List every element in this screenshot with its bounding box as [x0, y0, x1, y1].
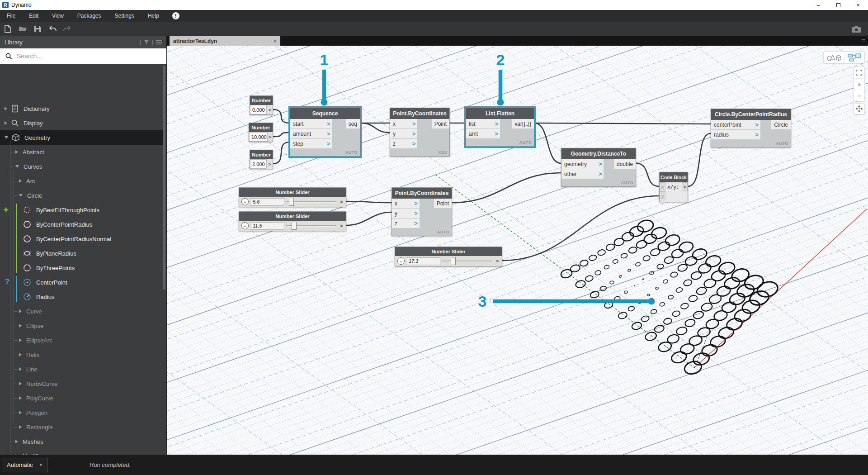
chevron-right-icon[interactable] — [19, 324, 22, 328]
open-file-icon[interactable] — [15, 22, 30, 36]
node-circle-bycenterpointradius[interactable]: Circle.ByCenterPointRadiuscenterPoint>ra… — [711, 109, 791, 147]
input-port-amount[interactable]: amount> — [290, 129, 332, 138]
sidebar-item-circle[interactable]: Circle — [0, 188, 163, 203]
sidebar-item-dictionary[interactable]: Dictionary — [0, 101, 163, 116]
output-port[interactable]: > — [267, 132, 273, 142]
input-port-x[interactable]: x> — [392, 199, 420, 208]
input-port-other[interactable]: other> — [561, 169, 604, 179]
node-code-block[interactable]: Code Blockxx/y;>y — [659, 172, 688, 202]
output-port-point[interactable]: Point — [432, 119, 449, 128]
tab-attractortest[interactable]: attractorTest.dyn × — [170, 36, 280, 46]
undo-icon[interactable] — [45, 22, 60, 36]
input-port-y[interactable]: y> — [392, 209, 420, 218]
slider-handle[interactable] — [292, 222, 297, 230]
sidebar-item-radius[interactable]: Radius — [0, 290, 163, 304]
save-icon[interactable] — [30, 22, 45, 36]
output-port[interactable]: > — [266, 159, 273, 169]
chevron-down-icon[interactable] — [19, 194, 23, 197]
input-port-y[interactable]: y> — [390, 129, 417, 138]
camera-icon[interactable] — [849, 25, 863, 33]
output-port-point[interactable]: Point — [434, 199, 452, 208]
sidebar-item-meshes[interactable]: Meshes — [0, 434, 163, 449]
slider-value-field[interactable]: 11.5 — [250, 222, 284, 230]
minimize-button[interactable]: – — [808, 0, 828, 10]
lacing-indicator[interactable]: AUTO — [561, 179, 636, 186]
fit-view-button[interactable] — [854, 67, 864, 78]
slider-expand-button[interactable]: ⌄ — [397, 257, 405, 265]
node-number-slider[interactable]: Number Slider⌄11.5> — [239, 211, 346, 231]
add-to-canvas-icon[interactable]: + — [3, 204, 9, 215]
input-port-x[interactable]: x — [660, 182, 665, 191]
new-file-icon[interactable] — [0, 22, 15, 36]
slider-value-field[interactable]: 5.6 — [250, 198, 284, 206]
number-value-field[interactable]: 10.000 — [249, 132, 267, 142]
chevron-right-icon[interactable] — [19, 425, 22, 429]
geometry-view-button[interactable] — [824, 52, 844, 63]
sidebar-item-bythreepoints[interactable]: ByThreePoints — [0, 261, 163, 275]
output-port[interactable]: > — [338, 223, 345, 228]
list-icon[interactable] — [156, 40, 162, 45]
sidebar-item-line[interactable]: Line — [0, 362, 163, 376]
chevron-right-icon[interactable] — [19, 411, 22, 414]
input-port-amt[interactable]: amt> — [466, 129, 500, 138]
sidebar-item-bycenterpointradiusnormal[interactable]: ByCenterPointRadiusNormal — [0, 232, 163, 246]
sidebar-item-rectangle[interactable]: Rectangle — [0, 420, 163, 434]
slider-expand-button[interactable]: ⌄ — [241, 198, 249, 205]
restore-button[interactable] — [828, 0, 848, 10]
alert-icon[interactable]: ! — [172, 12, 179, 19]
chevron-down-icon[interactable] — [5, 136, 8, 139]
input-port-y[interactable]: y — [660, 191, 665, 200]
slider-expand-button[interactable]: ⌄ — [241, 222, 249, 229]
number-value-field[interactable]: 0.000 — [250, 105, 266, 114]
collapse-icon[interactable] — [140, 40, 141, 45]
filter-icon[interactable] — [144, 40, 149, 45]
sidebar-item-polygon[interactable]: Polygon — [0, 405, 163, 420]
node-number[interactable]: Number0.000> — [250, 95, 273, 115]
input-port-centerpoint[interactable]: centerPoint> — [711, 120, 760, 129]
input-port-geometry[interactable]: geometry> — [561, 159, 604, 169]
input-port-x[interactable]: x> — [390, 119, 417, 128]
sidebar-item-arc[interactable]: Arc — [0, 174, 163, 188]
input-port-list[interactable]: list> — [466, 119, 500, 128]
sidebar-item-ellipsearc[interactable]: EllipseArc — [0, 333, 163, 347]
lacing-indicator[interactable]: AUTO — [466, 139, 534, 146]
code-text[interactable]: x/y; — [665, 182, 682, 191]
run-mode-dropdown[interactable]: Automatic ▼ — [2, 458, 48, 472]
chevron-right-icon[interactable] — [19, 179, 22, 183]
menu-item-file[interactable]: File — [0, 10, 22, 22]
zoom-in-button[interactable]: + — [854, 78, 864, 90]
tab-close-icon[interactable]: × — [273, 38, 277, 44]
slider-track[interactable] — [286, 197, 336, 207]
library-scrollbar[interactable] — [163, 66, 165, 290]
redo-icon[interactable] — [60, 22, 75, 36]
input-port-z[interactable]: z> — [392, 218, 420, 228]
graph-canvas[interactable]: Number0.000>Number10.000>Number2.000>Seq… — [166, 46, 868, 455]
number-value-field[interactable]: 2.000 — [250, 159, 266, 169]
menu-item-packages[interactable]: Packages — [71, 10, 108, 22]
input-port-step[interactable]: step> — [290, 139, 332, 148]
lacing-indicator[interactable]: AUTO — [711, 140, 791, 147]
node-point-bycoordinates[interactable]: Point.ByCoordinatesx>y>z>PointAUTO — [392, 187, 452, 236]
lacing-indicator[interactable]: AUTO — [392, 228, 452, 236]
node-number-slider[interactable]: Number Slider⌄17.3> — [395, 247, 502, 266]
sidebar-item-polycurve[interactable]: PolyCurve — [0, 391, 163, 405]
search-input[interactable] — [16, 52, 142, 60]
output-port[interactable]: > — [338, 199, 345, 204]
sidebar-item-abstract[interactable]: Abstract — [0, 145, 163, 159]
lacing-indicator[interactable]: XXX — [390, 149, 449, 156]
tab-overflow-icon[interactable]: ≡ — [862, 37, 866, 44]
chevron-right-icon[interactable] — [5, 121, 7, 125]
menu-item-edit[interactable]: Edit — [22, 10, 45, 22]
chevron-right-icon[interactable] — [5, 107, 7, 110]
output-port-circle[interactable]: Circle — [771, 120, 791, 129]
slider-track[interactable] — [286, 221, 336, 231]
chevron-right-icon[interactable] — [19, 396, 22, 400]
node-list-flatten[interactable]: List.Flattenlist>amt>var[]..[]AUTO — [466, 108, 534, 147]
sidebar-item-curve[interactable]: Curve — [0, 304, 163, 318]
lacing-indicator[interactable]: AUTO — [290, 149, 360, 156]
chevron-right-icon[interactable] — [19, 338, 22, 342]
sidebar-item-display[interactable]: Display — [0, 116, 163, 130]
chevron-right-icon[interactable] — [19, 309, 22, 313]
input-port-radius[interactable]: radius> — [711, 130, 760, 139]
slider-value-field[interactable]: 17.3 — [406, 257, 440, 265]
